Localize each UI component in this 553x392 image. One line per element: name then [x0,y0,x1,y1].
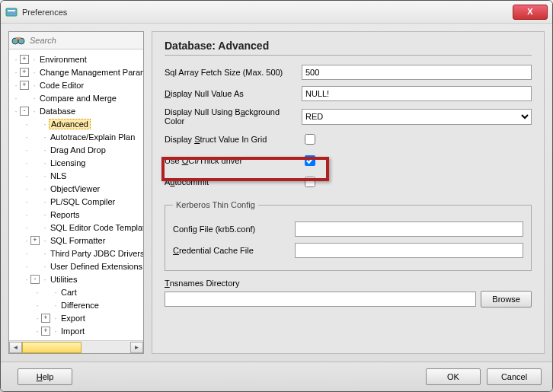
tree-item[interactable]: ··NLS [9,169,143,182]
scroll-track[interactable] [22,342,130,353]
tns-label: Tnsnames Directory [165,279,532,288]
tree-spacer [30,158,40,167]
null-bg-select[interactable]: RED [302,109,532,125]
tree-item[interactable]: ··Licensing [9,156,143,169]
struct-grid-row: Display Struct Value In Grid [165,132,532,147]
oci-row: Use OCI/Thick driver [165,153,532,168]
tree-item-label: User Defined Extensions [49,262,143,271]
tree-item[interactable]: ··SQL Editor Code Templates [9,221,143,234]
tree-item-label: Difference [59,301,101,310]
tree-item-label: Code Editor [38,81,85,90]
tree-item-label: Environment [38,55,88,64]
oci-checkbox[interactable] [305,155,315,166]
dialog-footer: Help OK Cancel [1,362,552,391]
close-button[interactable]: X [513,5,548,20]
expand-icon[interactable]: + [30,236,40,245]
svg-rect-1 [8,10,15,11]
krb-cred-input[interactable] [295,243,523,258]
tree-item[interactable]: ·-·Utilities [9,272,143,285]
expand-icon[interactable]: + [20,81,29,90]
tree-item[interactable]: ··Advanced [9,117,143,130]
autocommit-checkbox[interactable] [305,177,315,187]
tree-item-label: Compare and Merge [38,94,118,103]
scroll-left-button[interactable]: ◄ [9,342,22,353]
ok-button[interactable]: OK [426,368,481,385]
krb-cred-row: Credential Cache File [173,243,523,258]
tree-item[interactable]: ··ObjectViewer [9,182,143,195]
collapse-icon[interactable]: - [30,275,40,284]
scroll-right-button[interactable]: ► [130,342,143,353]
tree-item[interactable]: ·+·Environment [9,53,143,65]
tree-spacer [30,249,40,258]
search-input[interactable] [28,35,141,46]
tree-item[interactable]: ··Difference [9,298,143,311]
tree-item-label: PL/SQL Compiler [49,197,117,206]
tree-item-label: Advanced [49,119,91,129]
help-button[interactable]: Help [18,368,72,385]
svg-rect-4 [16,37,21,40]
tree-spacer [30,262,40,271]
tree-spacer [41,301,50,310]
tns-input[interactable] [165,292,476,307]
krb-cred-label: Credential Cache File [173,246,295,255]
tree-item[interactable]: ·+·Change Management Parameters [9,65,143,78]
tree-spacer [30,210,40,219]
tree-item-label: Database [38,107,77,116]
scroll-thumb[interactable] [22,342,82,353]
struct-grid-checkbox[interactable] [305,134,315,145]
binoculars-icon [11,34,25,46]
tree-item[interactable]: ··Autotrace/Explain Plan [9,130,143,143]
cancel-button[interactable]: Cancel [487,368,542,385]
tree-item-label: Export [59,314,87,323]
tree-item[interactable]: ··Reports [9,208,143,221]
tree-item-label: ObjectViewer [49,184,101,193]
tree-item[interactable]: ·+·SQL Formatter [9,234,143,247]
expand-icon[interactable]: + [41,314,50,323]
expand-icon[interactable]: + [20,68,29,77]
tree-item[interactable]: ·+·Import [9,324,143,337]
preferences-tree[interactable]: ·+·Environment·+·Change Management Param… [9,49,143,340]
browse-button[interactable]: Browse [481,291,532,308]
tree-item-label: NLS [49,171,68,180]
autocommit-row: Autocommit [165,174,532,190]
fetch-size-row: Sql Array Fetch Size (Max. 500) [165,65,532,80]
tree-item-label: Licensing [49,158,87,167]
tree-item-label: Import [59,327,86,336]
tree-spacer [20,94,29,103]
tree-item[interactable]: ··Compare and Merge [9,91,143,104]
nav-panel: ·+·Environment·+·Change Management Param… [8,31,144,354]
null-value-input[interactable] [302,86,532,101]
null-value-row: Display Null Value As [165,86,532,101]
fetch-size-label: Sql Array Fetch Size (Max. 500) [165,68,302,77]
expand-icon[interactable]: + [41,327,50,336]
panel-heading: Database: Advanced [165,40,532,52]
krb-config-row: Config File (krb5.conf) [173,221,523,237]
tree-item[interactable]: ··User Defined Extensions [9,260,143,272]
tree-spacer [41,288,50,297]
tree-item-label: Drag And Drop [49,145,107,155]
tree-hscrollbar[interactable]: ◄ ► [9,340,143,353]
kerberos-fieldset: Kerberos Thin Config Config File (krb5.c… [165,200,532,271]
tree-item[interactable]: ··PL/SQL Compiler [9,195,143,208]
tree-spacer [30,223,40,232]
heading-divider [165,55,532,56]
tree-item[interactable]: ·-·Database [9,104,143,117]
tree-item-label: Cart [59,288,78,297]
window-body: ·+·Environment·+·Change Management Param… [1,24,552,362]
tree-item[interactable]: ··Drag And Drop [9,143,143,156]
tns-section: Tnsnames Directory Browse [165,279,532,308]
tree-item[interactable]: ·+·Code Editor [9,78,143,91]
fetch-size-input[interactable] [302,65,532,80]
expand-icon[interactable]: + [20,55,29,64]
krb-config-input[interactable] [295,221,523,237]
tree-item[interactable]: ··Third Party JDBC Drivers [9,247,143,260]
null-bg-label: Display Null Using Background Color [165,107,302,126]
search-row [9,32,143,49]
tree-item[interactable]: ·+·Export [9,311,143,324]
collapse-icon[interactable]: - [20,107,29,116]
tree-item-label: Utilities [49,275,78,284]
preferences-window: Preferences X ·+·Environment·+·Change Ma… [0,0,553,392]
settings-panel: Database: Advanced Sql Array Fetch Size … [152,31,545,354]
tree-item[interactable]: ··Cart [9,285,143,298]
tree-item-label: Third Party JDBC Drivers [49,249,143,258]
